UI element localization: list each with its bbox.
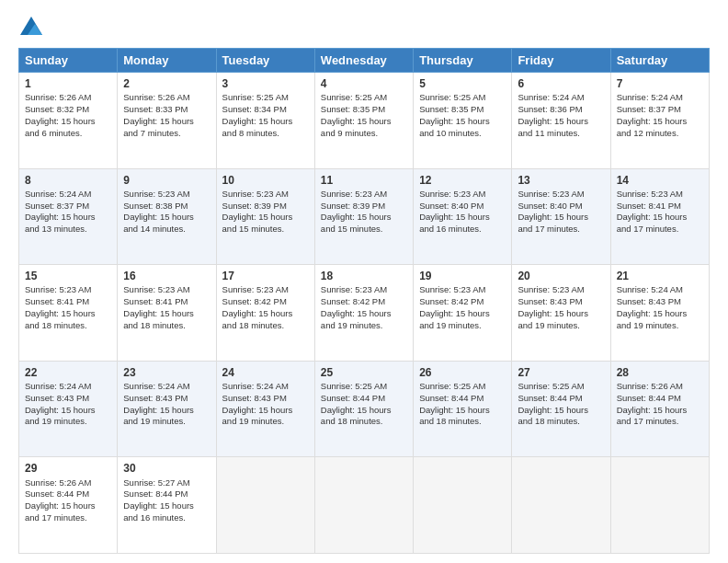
calendar-cell: 7Sunrise: 5:24 AMSunset: 8:37 PMDaylight…	[610, 73, 709, 169]
day-info-line: Daylight: 15 hours	[25, 116, 111, 128]
day-number: 9	[123, 173, 210, 188]
day-info-line: Daylight: 15 hours	[617, 308, 703, 320]
day-number: 27	[518, 365, 604, 380]
day-info-line: Sunset: 8:44 PM	[321, 393, 407, 405]
day-info-line: and 17 minutes.	[617, 416, 703, 428]
day-number: 3	[222, 76, 309, 91]
day-info-line: Sunset: 8:36 PM	[518, 104, 604, 116]
day-number: 21	[617, 269, 703, 283]
header	[18, 15, 710, 40]
day-info-line: Sunrise: 5:23 AM	[25, 284, 111, 296]
day-number: 24	[222, 365, 309, 380]
day-info-line: Sunset: 8:39 PM	[222, 201, 309, 213]
day-info-line: Daylight: 15 hours	[518, 212, 604, 224]
calendar-cell: 21Sunrise: 5:24 AMSunset: 8:43 PMDayligh…	[610, 265, 709, 362]
day-info-line: and 18 minutes.	[123, 320, 210, 332]
day-number: 11	[321, 173, 407, 188]
day-info-line: Sunrise: 5:24 AM	[518, 92, 604, 104]
day-info-line: Sunset: 8:41 PM	[123, 296, 210, 308]
day-info-line: Daylight: 15 hours	[25, 405, 111, 417]
day-info-line: and 18 minutes.	[222, 320, 309, 332]
day-number: 16	[123, 269, 210, 283]
day-info-line: Sunset: 8:43 PM	[518, 296, 604, 308]
day-info-line: Sunset: 8:41 PM	[617, 201, 703, 213]
day-info-line: Daylight: 15 hours	[617, 116, 703, 128]
day-info-line: Sunset: 8:35 PM	[419, 104, 506, 116]
day-info-line: Daylight: 15 hours	[25, 500, 111, 512]
calendar-cell: 25Sunrise: 5:25 AMSunset: 8:44 PMDayligh…	[314, 361, 413, 457]
day-info-line: and 19 minutes.	[419, 320, 506, 332]
day-info-line: Sunset: 8:44 PM	[25, 488, 111, 500]
calendar-cell	[512, 457, 610, 554]
day-info-line: Sunset: 8:42 PM	[222, 296, 309, 308]
day-info-line: Sunset: 8:42 PM	[419, 296, 506, 308]
calendar: SundayMondayTuesdayWednesdayThursdayFrid…	[18, 48, 710, 554]
day-info-line: Sunrise: 5:24 AM	[25, 381, 111, 393]
day-info-line: and 6 minutes.	[25, 128, 111, 140]
day-info-line: Daylight: 15 hours	[321, 405, 407, 417]
day-info-line: Daylight: 15 hours	[222, 116, 309, 128]
calendar-cell: 28Sunrise: 5:26 AMSunset: 8:44 PMDayligh…	[610, 361, 709, 457]
day-number: 4	[321, 76, 407, 91]
day-info-line: Daylight: 15 hours	[25, 212, 111, 224]
day-info-line: and 18 minutes.	[419, 416, 506, 428]
day-info-line: and 9 minutes.	[321, 128, 407, 140]
day-info-line: Daylight: 15 hours	[321, 116, 407, 128]
header-cell-saturday: Saturday	[610, 49, 709, 73]
day-info-line: and 13 minutes.	[25, 224, 111, 236]
day-number: 23	[123, 365, 210, 380]
day-info-line: and 19 minutes.	[518, 320, 604, 332]
calendar-header: SundayMondayTuesdayWednesdayThursdayFrid…	[19, 49, 710, 73]
calendar-cell: 19Sunrise: 5:23 AMSunset: 8:42 PMDayligh…	[414, 265, 512, 362]
day-info-line: Sunrise: 5:26 AM	[617, 381, 703, 393]
week-row-2: 8Sunrise: 5:24 AMSunset: 8:37 PMDaylight…	[19, 168, 710, 265]
day-info-line: Sunset: 8:42 PM	[321, 296, 407, 308]
day-info-line: Sunset: 8:37 PM	[617, 104, 703, 116]
day-info-line: and 18 minutes.	[25, 320, 111, 332]
calendar-cell: 20Sunrise: 5:23 AMSunset: 8:43 PMDayligh…	[512, 265, 610, 362]
day-number: 29	[25, 461, 111, 476]
calendar-cell: 6Sunrise: 5:24 AMSunset: 8:36 PMDaylight…	[512, 73, 610, 169]
day-info-line: Sunrise: 5:23 AM	[321, 284, 407, 296]
day-info-line: and 12 minutes.	[617, 128, 703, 140]
day-info-line: Sunset: 8:44 PM	[419, 393, 506, 405]
day-number: 1	[25, 76, 111, 91]
day-info-line: and 16 minutes.	[419, 224, 506, 236]
day-info-line: Daylight: 15 hours	[222, 308, 309, 320]
day-info-line: and 17 minutes.	[518, 224, 604, 236]
header-cell-monday: Monday	[118, 49, 216, 73]
day-info-line: and 18 minutes.	[321, 416, 407, 428]
day-number: 10	[222, 173, 309, 188]
day-info-line: Sunrise: 5:25 AM	[321, 381, 407, 393]
header-row: SundayMondayTuesdayWednesdayThursdayFrid…	[19, 49, 710, 73]
day-info-line: Daylight: 15 hours	[321, 308, 407, 320]
day-info-line: Daylight: 15 hours	[419, 212, 506, 224]
day-info-line: and 8 minutes.	[222, 128, 309, 140]
day-info-line: Sunrise: 5:26 AM	[123, 92, 210, 104]
calendar-cell: 1Sunrise: 5:26 AMSunset: 8:32 PMDaylight…	[19, 73, 118, 169]
day-info-line: Daylight: 15 hours	[123, 308, 210, 320]
header-cell-thursday: Thursday	[414, 49, 512, 73]
calendar-cell: 16Sunrise: 5:23 AMSunset: 8:41 PMDayligh…	[118, 265, 216, 362]
day-info-line: and 16 minutes.	[123, 512, 210, 524]
day-info-line: Daylight: 15 hours	[123, 116, 210, 128]
day-number: 17	[222, 269, 309, 283]
day-info-line: Daylight: 15 hours	[419, 405, 506, 417]
day-number: 14	[617, 173, 703, 188]
day-info-line: Sunrise: 5:23 AM	[321, 189, 407, 201]
calendar-cell: 27Sunrise: 5:25 AMSunset: 8:44 PMDayligh…	[512, 361, 610, 457]
day-info-line: Sunset: 8:44 PM	[123, 488, 210, 500]
day-number: 15	[25, 269, 111, 283]
day-info-line: Daylight: 15 hours	[222, 212, 309, 224]
calendar-cell: 2Sunrise: 5:26 AMSunset: 8:33 PMDaylight…	[118, 73, 216, 169]
day-info-line: and 15 minutes.	[222, 224, 309, 236]
day-info-line: Sunrise: 5:24 AM	[25, 189, 111, 201]
day-number: 5	[419, 76, 506, 91]
day-info-line: Sunset: 8:33 PM	[123, 104, 210, 116]
day-info-line: and 11 minutes.	[518, 128, 604, 140]
day-info-line: Sunrise: 5:23 AM	[518, 189, 604, 201]
day-number: 25	[321, 365, 407, 380]
calendar-cell: 10Sunrise: 5:23 AMSunset: 8:39 PMDayligh…	[216, 168, 314, 265]
day-info-line: and 19 minutes.	[617, 320, 703, 332]
day-info-line: Daylight: 15 hours	[222, 405, 309, 417]
